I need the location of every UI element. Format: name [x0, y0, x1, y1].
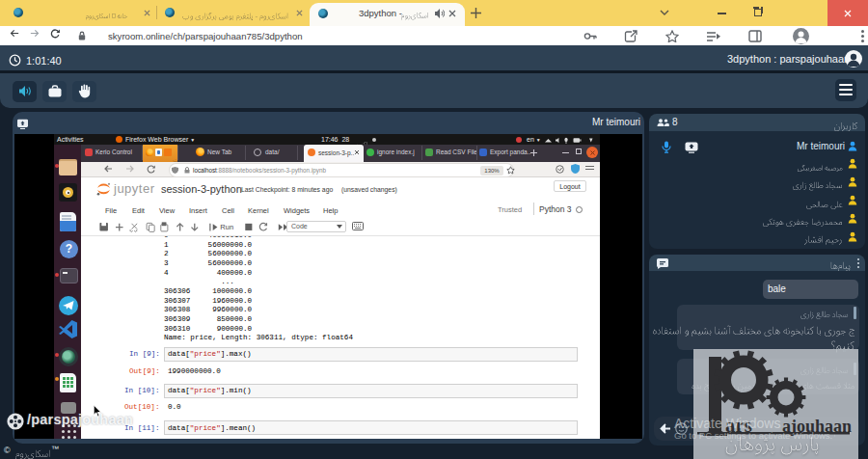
svg-text:Run: Run [220, 222, 233, 230]
